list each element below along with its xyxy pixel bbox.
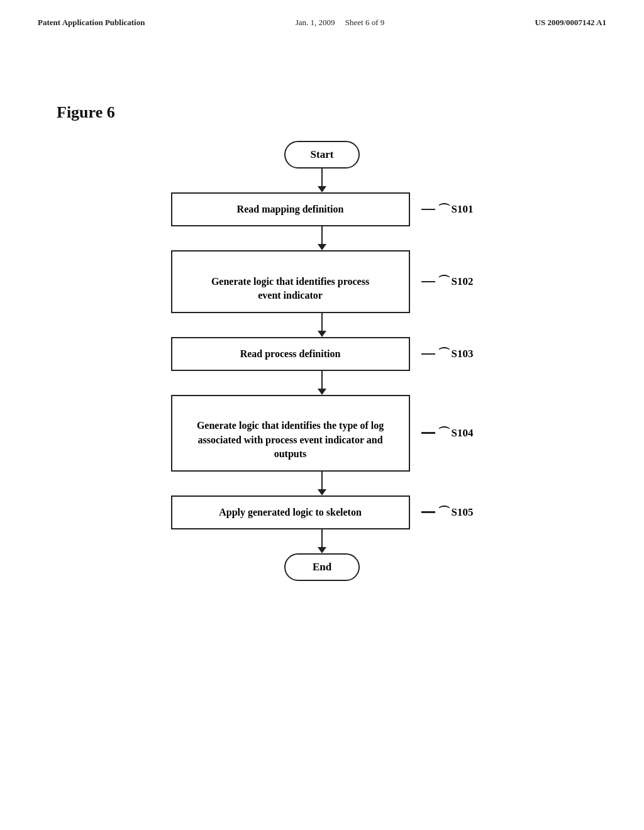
header-center: Jan. 1, 2009 Sheet 6 of 9 (296, 18, 385, 28)
step-s101-label: ⌒ S101 (421, 201, 474, 218)
end-capsule: End (284, 553, 360, 581)
step-s105-label: ⌒ S105 (421, 504, 474, 521)
step-s101-text: Read mapping definition (237, 204, 344, 214)
arrow-head (318, 389, 326, 395)
step-s104-row: Generate logic that identifies the type … (171, 395, 474, 472)
step-s103-tick: ⌒ (438, 345, 450, 362)
step-s103-id: S103 (452, 348, 474, 360)
arrow-head (318, 331, 326, 337)
step-s104-id: S104 (452, 427, 474, 440)
arrow-line (321, 472, 323, 489)
start-capsule: Start (284, 141, 360, 169)
arrow-5 (318, 472, 326, 495)
start-label: Start (311, 148, 334, 160)
end-label: End (313, 561, 331, 573)
arrow-line (321, 169, 323, 186)
arrow-line (321, 226, 323, 244)
arrow-line (321, 313, 323, 331)
step-s103-label: ⌒ S103 (421, 345, 474, 362)
arrow-line (321, 529, 323, 547)
step-s102-text: Generate logic that identifies process e… (211, 276, 369, 301)
flowchart: Start Read mapping definition ⌒ S101 Gen… (0, 141, 644, 581)
arrow-4 (318, 371, 326, 395)
sheet-label: Sheet 6 of 9 (345, 18, 384, 27)
step-s101-id: S101 (452, 203, 474, 216)
arrow-head (318, 244, 326, 250)
patent-number-label: US 2009/0007142 A1 (535, 18, 606, 27)
header-left: Patent Application Publication (38, 18, 145, 28)
step-s101-box: Read mapping definition (171, 192, 410, 226)
step-s101-tick: ⌒ (438, 201, 450, 218)
arrow-head (318, 489, 326, 495)
figure-title: Figure 6 (57, 103, 115, 121)
date-label: Jan. 1, 2009 (296, 18, 335, 27)
arrow-line (321, 371, 323, 389)
step-s103-row: Read process definition ⌒ S103 (171, 337, 474, 371)
arrow-2 (318, 226, 326, 250)
arrow-6 (318, 529, 326, 553)
arrow-1 (318, 169, 326, 192)
step-s102-row: Generate logic that identifies process e… (171, 250, 474, 313)
header-right: US 2009/0007142 A1 (535, 18, 606, 28)
step-s102-label: ⌒ S102 (421, 273, 474, 290)
step-s103-text: Read process definition (240, 348, 341, 359)
arrow-3 (318, 313, 326, 337)
figure-label: Figure 6 (0, 28, 644, 122)
step-s105-id: S105 (452, 506, 474, 519)
step-s104-tick: ⌒ (438, 424, 450, 441)
step-s103-box: Read process definition (171, 337, 410, 371)
step-s102-box: Generate logic that identifies process e… (171, 250, 410, 313)
arrow-head (318, 186, 326, 192)
step-s105-row: Apply generated logic to skeleton ⌒ S105 (171, 495, 474, 529)
step-s102-tick: ⌒ (438, 273, 450, 290)
page-header: Patent Application Publication Jan. 1, 2… (0, 0, 644, 28)
step-s101-row: Read mapping definition ⌒ S101 (171, 192, 474, 226)
step-s105-tick: ⌒ (438, 504, 450, 521)
step-s105-text: Apply generated logic to skeleton (219, 507, 362, 517)
step-s104-text: Generate logic that identifies the type … (197, 420, 384, 459)
step-s104-box: Generate logic that identifies the type … (171, 395, 410, 472)
arrow-head (318, 547, 326, 553)
step-s102-id: S102 (452, 275, 474, 288)
step-s105-box: Apply generated logic to skeleton (171, 495, 410, 529)
step-s104-label: ⌒ S104 (421, 424, 474, 441)
publication-label: Patent Application Publication (38, 18, 145, 27)
